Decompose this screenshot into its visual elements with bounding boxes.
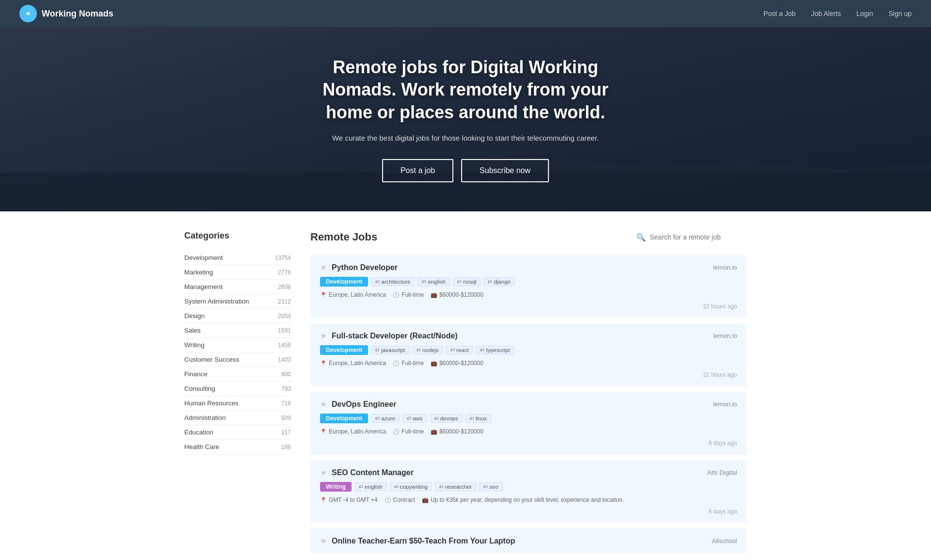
brand-name: Working Nomads [42,9,113,19]
sidebar-category-item[interactable]: Design 2054 [184,309,291,323]
job-card-left: ★ DevOps Engineer [320,400,396,409]
sidebar-category-item[interactable]: Development 13754 [184,251,291,265]
job-location: 📍Europe, Latin America [320,428,386,435]
category-count: 2312 [278,298,291,305]
job-tag[interactable]: seo [479,482,503,491]
star-button[interactable]: ★ [320,263,327,272]
job-location: 📍Europe, Latin America [320,291,386,298]
category-name: System Administration [184,298,249,305]
job-type: 🕐Full-time [393,428,424,435]
sidebar-category-item[interactable]: Marketing 2776 [184,265,291,280]
job-card-left: ★ Online Teacher-Earn $50-Teach From You… [320,536,515,545]
job-tag[interactable]: django [483,277,515,286]
job-tag[interactable]: javascript [371,346,409,354]
job-tag[interactable]: copywriting [390,482,433,491]
job-tag[interactable]: typescript [476,346,514,354]
job-tag[interactable]: azure [371,414,400,423]
job-tag[interactable]: nosql [453,277,481,286]
sidebar-category-item[interactable]: System Administration 2312 [184,294,291,309]
job-card-left: ★ Full-stack Developer (React/Node) [320,331,458,340]
job-tag[interactable]: researcher [435,482,476,491]
star-button[interactable]: ★ [320,468,327,477]
sidebar-category-item[interactable]: Administration 609 [184,411,291,425]
sidebar-category-item[interactable]: Customer Success 1403 [184,352,291,367]
category-name: Education [184,429,213,436]
job-title[interactable]: Full-stack Developer (React/Node) [332,332,458,340]
job-card: ★ Python Developer lemon.io Developmenta… [310,255,747,318]
sidebar-category-item[interactable]: Management 2608 [184,280,291,294]
category-name: Consulting [184,385,215,392]
job-category-tag[interactable]: Writing [320,482,352,492]
job-meta-row: 📍GMT -4 to GMT +4🕐Contract💼Up to €35k pe… [320,496,737,503]
category-count: 2054 [278,313,291,320]
job-category-tag[interactable]: Development [320,277,368,287]
category-count: 1458 [278,342,291,349]
category-count: 800 [281,371,291,378]
job-tags-row: Developmentazureawsdevopslinux [320,414,737,423]
job-salary: 💼$60000-$120000 [431,291,483,298]
main-container: Categories Development 13754 Marketing 2… [175,211,756,560]
job-title[interactable]: Online Teacher-Earn $50-Teach From Your … [332,537,515,545]
hero-section: Remote jobs for Digital Working Nomads. … [0,27,931,211]
job-tag[interactable]: aws [402,414,427,423]
star-button[interactable]: ★ [320,536,327,545]
sidebar-category-item[interactable]: Education 317 [184,425,291,440]
category-name: Finance [184,370,208,378]
job-type: 🕐Contract [385,496,415,503]
navbar: Working Nomads Post a Job Job Alerts Log… [0,0,931,27]
job-tags-row: Writingenglishcopywritingresearcherseo [320,482,737,492]
sidebar-category-item[interactable]: Finance 800 [184,367,291,382]
category-count: 609 [281,415,291,421]
subscribe-button[interactable]: Subscribe now [461,159,549,182]
signup-nav-link[interactable]: Sign up [889,10,912,17]
search-icon: 🔍 [636,233,646,242]
job-title[interactable]: SEO Content Manager [332,468,414,477]
job-alerts-nav-link[interactable]: Job Alerts [811,10,841,17]
job-type: 🕐Full-time [393,291,424,298]
search-box: 🔍 [636,233,747,242]
sidebar: Categories Development 13754 Marketing 2… [184,231,291,559]
star-button[interactable]: ★ [320,400,327,409]
sidebar-category-item[interactable]: Consulting 793 [184,382,291,396]
category-name: Design [184,312,205,320]
login-nav-link[interactable]: Login [856,10,873,17]
job-tag[interactable]: linux [466,414,492,423]
job-tag[interactable]: english [354,482,386,491]
sidebar-category-item[interactable]: Human Resources 718 [184,396,291,411]
job-card-header: ★ DevOps Engineer lemon.io [320,400,737,409]
job-tags-row: Developmentjavascriptnodejsreacttypescri… [320,345,737,355]
job-tag[interactable]: react [446,346,473,354]
sidebar-category-item[interactable]: Writing 1458 [184,338,291,352]
job-company: Alts Digital [707,469,737,476]
job-meta-row: 📍Europe, Latin America🕐Full-time💼$60000-… [320,291,737,298]
post-job-nav-link[interactable]: Post a Job [764,10,796,17]
category-count: 718 [281,400,291,407]
job-tag[interactable]: nodejs [412,346,443,354]
category-name: Administration [184,414,226,421]
brand: Working Nomads [19,5,764,22]
sidebar-category-item[interactable]: Sales 1591 [184,323,291,338]
job-tag[interactable]: devops [430,414,463,423]
job-tag[interactable]: english [417,277,449,286]
category-name: Management [184,283,223,290]
job-card: ★ Online Teacher-Earn $50-Teach From You… [310,528,747,553]
post-job-button[interactable]: Post a job [382,159,453,182]
job-location: 📍GMT -4 to GMT +4 [320,496,378,503]
job-company: lemon.io [713,264,737,271]
job-title[interactable]: Python Developer [332,263,398,272]
job-time-ago: 22 hours ago [703,371,737,378]
job-title[interactable]: DevOps Engineer [332,400,396,409]
job-card: ★ SEO Content Manager Alts Digital Writi… [310,460,747,523]
job-tag[interactable]: architecture [371,277,415,286]
job-category-tag[interactable]: Development [320,414,368,423]
job-category-tag[interactable]: Development [320,345,368,355]
category-list: Development 13754 Marketing 2776 Managem… [184,251,291,454]
search-input[interactable] [650,233,747,241]
job-company: lemon.io [713,332,737,339]
star-button[interactable]: ★ [320,331,327,340]
category-count: 793 [281,385,291,392]
sidebar-title: Categories [184,231,291,241]
job-card: ★ DevOps Engineer lemon.io Developmentaz… [310,392,747,454]
sidebar-category-item[interactable]: Health Care 186 [184,440,291,454]
category-count: 186 [281,444,291,450]
